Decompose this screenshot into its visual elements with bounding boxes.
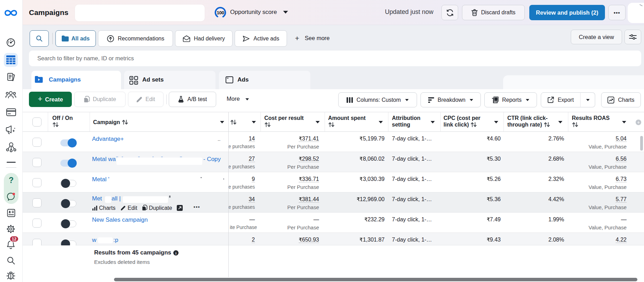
svg-text:100: 100 — [217, 10, 224, 15]
